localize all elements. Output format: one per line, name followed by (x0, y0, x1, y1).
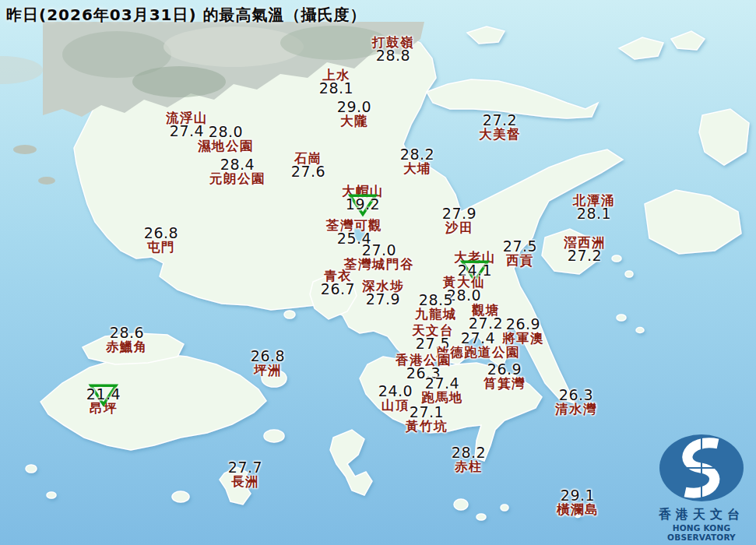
station-temperature: 24.0 (378, 385, 413, 398)
station-temperature: 27.6 (291, 165, 325, 178)
station: 石崗27.6 (291, 152, 325, 179)
station: 28.2赤柱 (452, 446, 486, 473)
station-name: 大隴 (337, 114, 371, 128)
station-temperature-value: 27.7 (228, 459, 262, 476)
station-name: 赤鱲角 (106, 340, 148, 353)
station-name: 橫瀾島 (557, 503, 599, 516)
station: 27.7長洲 (228, 461, 262, 488)
station-temperature: 21.4 (86, 388, 121, 401)
station: 29.0大隴 (337, 100, 371, 128)
station: 29.1橫瀾島 (557, 489, 599, 516)
station-temperature: 28.4 (220, 158, 255, 171)
station: 青衣26.7 (321, 269, 355, 297)
station-temperature: 28.2 (400, 148, 434, 161)
station-temperature-value: 24.0 (378, 382, 413, 399)
station-temperature: 27.4 (461, 332, 495, 345)
station: 26.3清水灣 (555, 389, 597, 416)
station-name: 坪洲 (251, 364, 285, 377)
station-temperature: 19.2 (346, 198, 380, 211)
station-temperature-value: 28.8 (376, 47, 410, 64)
station: 28.0濕地公園 (198, 125, 254, 153)
station-temperature-value: 21.4 (86, 385, 121, 403)
station-temperature-value: 26.7 (321, 280, 355, 297)
station: 26.8屯門 (144, 227, 178, 254)
station-name: 元朗公園 (209, 172, 265, 185)
station-temperature: 28.1 (577, 207, 611, 220)
station-temperature-value: 29.0 (337, 98, 371, 115)
station-temperature-value: 27.6 (291, 163, 325, 180)
station-name: 跑馬地 (421, 391, 463, 404)
hko-logo: 香港天文台 HONG KONG OBSERVATORY (650, 433, 753, 542)
station-name: 大美督 (479, 128, 521, 141)
station-temperature-value: 26.9 (506, 315, 540, 332)
station-temperature: 27.2 (469, 317, 503, 330)
station: 26.9筲箕灣 (483, 363, 526, 390)
station-temperature: 27.2 (483, 114, 517, 127)
station-temperature-value: 28.5 (419, 291, 453, 308)
station-name: 西貢 (503, 254, 537, 267)
station: 打鼓嶺28.8 (372, 36, 414, 63)
station-temperature-value: 19.2 (346, 195, 380, 213)
hko-logo-english-name: HONG KONG OBSERVATORY (650, 523, 753, 542)
station-temperature: 28.5 (419, 294, 453, 307)
station-name: 屯門 (144, 241, 178, 254)
station-name: 筲箕灣 (483, 377, 526, 390)
station-temperature-value: 28.1 (319, 79, 353, 97)
station-temperature: 26.8 (251, 350, 285, 363)
station-temperature-value: 27.4 (461, 329, 495, 346)
hko-logo-icon (656, 433, 747, 503)
station-temperature-value: 28.4 (220, 156, 255, 173)
station-temperature: 27.2 (568, 249, 602, 262)
station: 27.1黃竹坑 (406, 406, 448, 433)
station: 28.5九龍城 (415, 294, 457, 321)
station-temperature-value: 27.2 (568, 247, 602, 264)
station-temperature-value: 26.8 (251, 347, 285, 364)
station-name: 沙田 (442, 221, 476, 234)
station-temperature: 29.1 (561, 489, 595, 502)
station-temperature-value: 28.1 (577, 205, 611, 222)
station-temperature: 27.9 (366, 293, 400, 306)
station: 北潭涌28.1 (573, 194, 615, 221)
station: 27.5西貢 (503, 240, 537, 267)
station-temperature: 26.3 (559, 389, 593, 402)
station-temperature: 27.4 (425, 377, 459, 390)
station-temperature: 26.7 (321, 283, 355, 296)
station-name: 黃竹坑 (406, 420, 448, 433)
station-temperature-value: 26.9 (487, 360, 522, 378)
station-name: 清水灣 (555, 403, 597, 416)
station: 28.2大埔 (400, 148, 434, 175)
station-temperature: 27.5 (503, 240, 537, 253)
station: 深水埗27.9 (362, 280, 404, 307)
station-temperature-value: 27.2 (483, 111, 517, 128)
station-name: 大埔 (400, 162, 434, 175)
stations-layer: 打鼓嶺28.8上水28.129.0大隴流浮山27.428.0濕地公園28.4元朗… (0, 0, 756, 545)
station-name: 長洲 (228, 475, 262, 488)
station-temperature-value: 26.3 (559, 386, 593, 403)
station: 大帽山19.2 (342, 185, 384, 212)
station-temperature-value: 28.2 (400, 146, 434, 163)
station-temperature: 27.9 (442, 207, 476, 220)
station: 28.6赤鱲角 (106, 326, 148, 353)
station-temperature-value: 28.6 (110, 324, 144, 341)
station: 滘西洲27.2 (564, 236, 606, 263)
station: 26.8坪洲 (251, 350, 285, 377)
station: 21.4昂坪 (86, 388, 121, 415)
station-temperature-value: 28.2 (452, 444, 486, 461)
station-temperature-value: 27.5 (503, 237, 537, 255)
station-temperature: 27.7 (228, 461, 262, 474)
station: 27.9沙田 (442, 207, 476, 234)
station-temperature: 28.6 (110, 326, 144, 339)
station-temperature: 26.9 (506, 318, 540, 331)
station-temperature-value: 29.1 (561, 487, 595, 504)
station-temperature: 29.0 (337, 100, 371, 114)
station-temperature-value: 28.0 (209, 123, 243, 140)
station-temperature: 27.1 (410, 406, 444, 419)
station-temperature-value: 27.9 (442, 205, 476, 222)
weather-map-stage: 昨日(2026年03月31日) 的最高氣溫（攝氏度） 打鼓嶺28.8上水28.1… (0, 0, 756, 545)
station-temperature: 28.2 (452, 446, 486, 459)
station: 27.2大美督 (479, 114, 521, 141)
station-temperature: 26.9 (487, 363, 522, 376)
station-temperature: 28.1 (319, 82, 353, 95)
station-temperature-value: 26.8 (144, 224, 178, 241)
page-title: 昨日(2026年03月31日) 的最高氣溫（攝氏度） (6, 5, 367, 26)
